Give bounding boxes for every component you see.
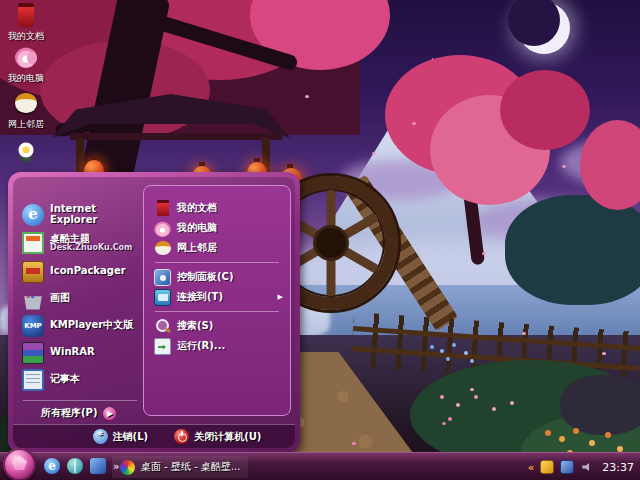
kmplayer-icon: KMP xyxy=(22,315,44,337)
start-menu: e Internet Explorer 桌酷主题 Desk.ZhuoKu.Com… xyxy=(8,172,300,453)
desktop-icon-label: 网上邻居 xyxy=(8,118,44,131)
submenu-arrow-icon: ▶ xyxy=(278,293,283,301)
connect-to-icon xyxy=(154,289,171,306)
start-menu-pinned-list: e Internet Explorer 桌酷主题 Desk.ZhuoKu.Com… xyxy=(13,177,147,424)
rock xyxy=(560,375,640,435)
flower-icon xyxy=(13,137,39,163)
menu-item-iconpackager[interactable]: IconPackager xyxy=(13,258,147,285)
quick-launch: e » xyxy=(44,458,119,474)
menu-item-control-panel[interactable]: 控制面板(C) xyxy=(149,267,285,287)
menu-item-connect-to[interactable]: 连接到(T) ▶ xyxy=(149,287,285,307)
power-icon xyxy=(174,429,189,444)
start-menu-places-panel: 我的文档 我的电脑 网上邻居 控制面板(C) 连接到(T) xyxy=(143,185,291,416)
tray-network-icon[interactable] xyxy=(560,460,574,474)
blue-flowers xyxy=(430,345,434,349)
iconpackager-icon xyxy=(22,261,44,283)
system-tray: « 23:37 xyxy=(528,453,634,480)
taskbar: e » 桌面 - 壁纸 - 桌酷壁... « 23:37 xyxy=(0,452,640,480)
desktop-icon-my-computer[interactable]: 我的电脑 xyxy=(0,44,58,85)
menu-item-my-documents[interactable]: 我的文档 xyxy=(149,198,285,218)
quick-launch-globe-icon[interactable] xyxy=(67,458,83,474)
run-icon xyxy=(154,338,171,355)
start-menu-footer: * 注销(L) 关闭计算机(U) xyxy=(13,424,295,448)
menu-separator xyxy=(155,311,279,312)
tray-overflow-chevron[interactable]: « xyxy=(528,462,534,473)
menu-item-search[interactable]: 搜索(S) xyxy=(149,316,285,336)
my-documents-icon xyxy=(154,200,171,217)
menu-item-my-computer[interactable]: 我的电脑 xyxy=(149,218,285,238)
desktop-icon-my-documents[interactable]: 我的文档 xyxy=(0,2,58,43)
menu-item-kmplayer[interactable]: KMP KMPlayer中文版 xyxy=(13,312,147,339)
network-places-icon xyxy=(154,240,171,257)
desktop-icon-network-places[interactable]: 网上邻居 xyxy=(0,90,58,131)
menu-item-notepad[interactable]: 记事本 xyxy=(13,366,147,393)
pink-flowers xyxy=(440,395,444,399)
pavilion-beam xyxy=(70,133,282,140)
all-programs-button[interactable]: 所有程序(P) ▶ xyxy=(23,400,137,420)
desktop-icon-flower[interactable] xyxy=(0,137,58,165)
menu-separator xyxy=(155,262,279,263)
menu-item-internet-explorer[interactable]: e Internet Explorer xyxy=(13,201,147,228)
notepad-icon xyxy=(22,369,44,391)
taskbar-clock[interactable]: 23:37 xyxy=(600,461,634,474)
zhuoku-theme-icon xyxy=(22,232,44,254)
log-off-icon: * xyxy=(93,429,108,444)
desktop-screen: 我的文档 我的电脑 网上邻居 e Internet Explorer 桌酷主题 xyxy=(0,0,640,480)
search-icon xyxy=(154,318,171,335)
menu-item-zhuoku-theme[interactable]: 桌酷主题 Desk.ZhuoKu.Com xyxy=(13,228,147,258)
menu-item-paint[interactable]: 画图 xyxy=(13,285,147,312)
wallpaper-app-icon xyxy=(120,460,135,475)
ie-icon: e xyxy=(22,204,44,226)
desktop-icon-label: 我的文档 xyxy=(8,30,44,43)
my-computer-icon xyxy=(13,44,39,70)
orange-flowers xyxy=(545,430,551,436)
paint-icon xyxy=(22,288,44,310)
network-places-icon xyxy=(13,90,39,116)
quick-launch-app-icon[interactable] xyxy=(90,458,106,474)
menu-item-winrar[interactable]: WinRAR xyxy=(13,339,147,366)
my-documents-icon xyxy=(13,2,39,28)
tray-im-icon[interactable] xyxy=(540,460,554,474)
all-programs-arrow-icon: ▶ xyxy=(103,407,116,420)
blossom-canopy xyxy=(500,70,590,150)
tray-volume-icon[interactable] xyxy=(580,460,594,474)
my-computer-icon xyxy=(154,220,171,237)
quick-launch-ie-icon[interactable]: e xyxy=(44,458,60,474)
menu-item-network-places[interactable]: 网上邻居 xyxy=(149,238,285,258)
desktop-icon-label: 我的电脑 xyxy=(8,72,44,85)
taskbar-window-button[interactable]: 桌面 - 壁纸 - 桌酷壁... xyxy=(112,456,248,478)
winrar-icon xyxy=(22,342,44,364)
control-panel-icon xyxy=(154,269,171,286)
start-button[interactable] xyxy=(3,448,36,480)
menu-item-run[interactable]: 运行(R)... xyxy=(149,336,285,356)
rocks xyxy=(505,195,640,305)
log-off-button[interactable]: * 注销(L) xyxy=(93,429,149,444)
shutdown-button[interactable]: 关闭计算机(U) xyxy=(174,429,261,444)
